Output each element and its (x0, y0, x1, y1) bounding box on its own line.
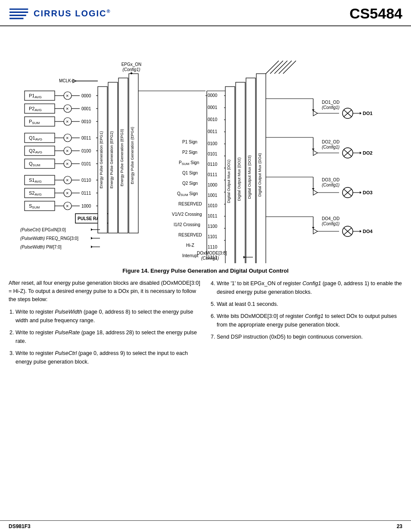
steps-list-right: Write '1' to bit EPGx_ON of register Con… (210, 279, 402, 341)
svg-text:1010: 1010 (208, 203, 218, 208)
svg-text:Interrupt: Interrupt (182, 253, 198, 258)
svg-marker-173 (360, 152, 361, 154)
step-2: Write to register PulseRate (page 18, ad… (16, 328, 201, 345)
svg-text:0000: 0000 (81, 93, 91, 98)
svg-text:0011: 0011 (81, 136, 91, 140)
svg-text:×: × (66, 119, 68, 124)
footer-page-number: 23 (397, 523, 402, 529)
logo-text: CIRRUS LOGIC® (34, 9, 111, 19)
svg-text:Digital Output Mux (DO3): Digital Output Mux (DO3) (247, 155, 252, 199)
intro-paragraph: After reset, all four energy pulse gener… (9, 279, 201, 303)
svg-text:DO3: DO3 (363, 190, 373, 195)
svg-text:×: × (66, 93, 68, 98)
svg-text:(Config1): (Config1) (322, 183, 339, 187)
svg-text:DO4: DO4 (363, 229, 373, 234)
chip-number: CS5484 (349, 5, 402, 22)
svg-text:DO4_OD: DO4_OD (322, 216, 339, 221)
svg-text:0001: 0001 (81, 106, 91, 111)
svg-text:1100: 1100 (208, 224, 218, 229)
svg-marker-210 (91, 237, 93, 240)
svg-text:0100: 0100 (208, 141, 218, 146)
figure-caption: Figure 14. Energy Pulse Generation and D… (9, 268, 402, 274)
svg-text:RESERVED: RESERVED (178, 233, 202, 237)
svg-text:RESERVED: RESERVED (178, 202, 202, 206)
svg-text:(Config1): (Config1) (201, 256, 219, 261)
step-4: Write '1' to bit EPGx_ON of register Con… (217, 279, 402, 296)
text-body: After reset, all four energy pulse gener… (9, 279, 402, 370)
svg-text:1001: 1001 (208, 193, 218, 198)
svg-marker-160 (360, 112, 361, 115)
svg-text:×: × (66, 148, 68, 153)
svg-marker-192 (313, 229, 318, 234)
svg-marker-179 (313, 190, 318, 195)
step-6: Write bits DOxMODE[3:0] of register Conf… (217, 312, 402, 329)
svg-text:Energy Pulse Generation (EPG1): Energy Pulse Generation (EPG1) (99, 131, 103, 188)
diagram-container: P1AVG P2AVG PSUM Q1AVG Q2AVG QSUM S1AVG … (9, 35, 402, 263)
svg-text:×: × (66, 190, 68, 196)
svg-text:1110: 1110 (208, 245, 218, 249)
svg-marker-186 (360, 191, 361, 194)
svg-marker-213 (91, 246, 93, 248)
text-right: Write '1' to bit EPGx_ON of register Con… (210, 279, 402, 370)
svg-text:1000: 1000 (208, 183, 218, 187)
svg-text:Digital Output Mux (DO4): Digital Output Mux (DO4) (258, 153, 262, 196)
svg-text:Energy Pulse Generation (EPG3): Energy Pulse Generation (EPG3) (120, 129, 124, 186)
svg-text:(Config1): (Config1) (322, 221, 339, 226)
svg-text:0100: 0100 (81, 149, 91, 153)
svg-text:(Config1): (Config1) (322, 105, 339, 110)
footer-doc-number: DS981F3 (9, 523, 31, 529)
svg-text:Q1 Sign: Q1 Sign (182, 171, 198, 175)
page-footer: DS981F3 23 (0, 520, 411, 532)
svg-text:I1/I2 Crossing: I1/I2 Crossing (174, 222, 200, 227)
step-3: Write to register PulseCtrl (page 0, add… (16, 349, 201, 366)
svg-text:DO2_OD: DO2_OD (322, 140, 339, 144)
svg-text:(Config1): (Config1) (122, 67, 140, 72)
svg-marker-153 (313, 111, 318, 116)
svg-text:Digital Output Mux (DO1): Digital Output Mux (DO1) (227, 159, 231, 203)
circuit-diagram: P1AVG P2AVG PSUM Q1AVG Q2AVG QSUM S1AVG … (12, 35, 399, 263)
svg-text:×: × (66, 106, 68, 111)
svg-marker-207 (91, 228, 93, 231)
svg-text:P2 Sign: P2 Sign (182, 150, 197, 155)
svg-text:0000: 0000 (208, 93, 218, 98)
step-7: Send DSP instruction (0xD5) to begin con… (217, 333, 402, 341)
svg-text:Hi-Z: Hi-Z (186, 243, 194, 248)
svg-text:0110: 0110 (81, 178, 91, 183)
svg-text:0111: 0111 (81, 191, 91, 196)
svg-text:(PulseWidth) PW[7:0]: (PulseWidth) PW[7:0] (20, 245, 62, 249)
svg-text:1000: 1000 (81, 204, 91, 208)
svg-text:DO3_OD: DO3_OD (322, 177, 339, 182)
svg-marker-199 (360, 230, 361, 233)
svg-text:(PulseCtrl) EPGxIN[3:0]: (PulseCtrl) EPGxIN[3:0] (20, 227, 66, 232)
svg-text:DO2: DO2 (363, 150, 373, 156)
logo-icon (9, 6, 30, 22)
svg-text:Energy Pulse Generation (EPG4): Energy Pulse Generation (EPG4) (130, 127, 134, 184)
svg-text:×: × (66, 161, 68, 166)
svg-text:Energy Pulse Generation (EPG2): Energy Pulse Generation (EPG2) (109, 131, 114, 188)
page-header: CIRRUS LOGIC® CS5484 (0, 0, 411, 26)
svg-text:QSUM Sign: QSUM Sign (177, 191, 198, 197)
svg-text:1101: 1101 (208, 234, 218, 239)
svg-text:0010: 0010 (81, 119, 91, 124)
step-5: Wait at least 0.1 seconds. (217, 300, 402, 308)
svg-text:0001: 0001 (208, 105, 218, 110)
svg-text:EPGx_ON: EPGx_ON (121, 62, 142, 67)
step-1: Write to register PulseWidth (page 0, ad… (16, 308, 201, 325)
svg-marker-166 (313, 150, 318, 156)
svg-text:DO1: DO1 (363, 111, 373, 116)
svg-text:0101: 0101 (81, 162, 91, 166)
svg-text:Digital Output Mux (DO2): Digital Output Mux (DO2) (237, 157, 241, 201)
main-content: P1AVG P2AVG PSUM Q1AVG Q2AVG QSUM S1AVG … (0, 26, 411, 374)
svg-text:1011: 1011 (208, 214, 218, 218)
svg-text:DOxMODE[3:0]: DOxMODE[3:0] (197, 251, 227, 255)
svg-text:P1 Sign: P1 Sign (182, 140, 197, 144)
svg-text:Q2 Sign: Q2 Sign (182, 181, 198, 186)
svg-text:×: × (66, 135, 68, 140)
svg-text:0110: 0110 (208, 162, 218, 167)
logo-area: CIRRUS LOGIC® (9, 6, 111, 22)
svg-text:DO1_OD: DO1_OD (322, 100, 339, 105)
svg-text:(PulseWidth) FREQ_RNG[3:0]: (PulseWidth) FREQ_RNG[3:0] (20, 236, 78, 241)
svg-text:0101: 0101 (208, 152, 218, 156)
svg-text:MCLK: MCLK (59, 78, 71, 83)
svg-text:×: × (66, 177, 68, 183)
